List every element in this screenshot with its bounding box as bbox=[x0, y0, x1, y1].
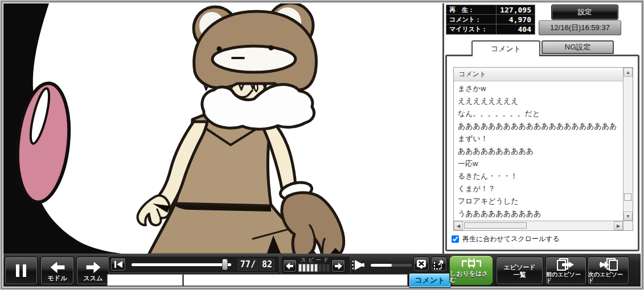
speed-segment bbox=[306, 264, 310, 272]
horizontal-scroll-thumb[interactable] bbox=[464, 222, 527, 229]
speed-segment bbox=[322, 264, 326, 272]
stat-row-comments: コメント： 4,970 bbox=[446, 15, 535, 24]
next-episode-label: 次のエピソード bbox=[588, 271, 629, 284]
skip-start-icon bbox=[114, 261, 122, 268]
bookmark-button[interactable]: しおりをはさむ bbox=[449, 255, 493, 285]
horizontal-scroll-track[interactable] bbox=[463, 221, 614, 230]
vertical-scroll-track[interactable] bbox=[624, 77, 633, 212]
scroll-down-button[interactable]: ▼ bbox=[624, 212, 633, 221]
back-button[interactable]: モドル bbox=[40, 256, 74, 285]
back-label: モドル bbox=[48, 275, 67, 281]
comment-row[interactable]: フロアキどうした bbox=[454, 195, 623, 208]
prev-episode-button[interactable]: 前のエピソード bbox=[545, 256, 586, 285]
silhouette-character bbox=[3, 3, 134, 254]
pause-button[interactable] bbox=[5, 256, 38, 285]
back-arrow-icon bbox=[50, 260, 65, 274]
stats-panel: 再 生： 127,095 コメント： 4,970 マイリスト： 404 bbox=[446, 5, 535, 35]
tab-comment[interactable]: コメント bbox=[471, 40, 540, 56]
speed-segment bbox=[318, 264, 322, 272]
autoscroll-checkbox[interactable] bbox=[452, 235, 459, 243]
comment-row[interactable]: ええええええええ bbox=[454, 95, 623, 107]
vertical-scroll-thumb[interactable] bbox=[624, 193, 631, 201]
episode-list-label-1: エピソード bbox=[503, 264, 535, 271]
speed-panel: スピード bbox=[281, 256, 351, 275]
horizontal-scrollbar[interactable]: ◀ ▶ bbox=[454, 221, 623, 230]
comment-row[interactable]: なん。。。。。。。だと bbox=[454, 107, 623, 120]
scroll-up-button[interactable]: ▲ bbox=[624, 68, 633, 77]
player-window: 再 生： 127,095 コメント： 4,970 マイリスト： 404 設定 1… bbox=[0, 0, 644, 290]
vertical-scrollbar[interactable]: ▲ ▼ bbox=[623, 68, 633, 221]
scroll-right-button[interactable]: ▶ bbox=[614, 221, 623, 230]
scroll-up-icon: ▲ bbox=[626, 70, 630, 75]
comment-row[interactable]: あああああああああああああああああああああ bbox=[454, 120, 623, 132]
stat-value: 4,970 bbox=[497, 15, 535, 24]
speed-segments bbox=[298, 263, 330, 272]
bookmark-icon bbox=[462, 258, 481, 270]
comment-panel-frame: コメント まさかwええええええええなん。。。。。。。だとああああああああああああ… bbox=[445, 55, 639, 251]
panel-divider bbox=[442, 3, 444, 254]
scrollbar-corner bbox=[623, 221, 633, 230]
autoscroll-row: 再生に合わせてスクロールする bbox=[452, 234, 560, 244]
episode-list-button[interactable]: エピソード 一覧 bbox=[496, 256, 543, 285]
forward-label: ススム bbox=[84, 275, 103, 281]
speed-down-button[interactable] bbox=[283, 259, 297, 272]
episode-list-label-2: 一覧 bbox=[514, 271, 526, 278]
forward-arrow-icon bbox=[85, 260, 101, 274]
stat-value: 127,095 bbox=[497, 5, 535, 14]
comment-input[interactable] bbox=[183, 274, 408, 286]
bookmark-label: しおりをはさむ bbox=[450, 271, 493, 283]
hide-comments-button[interactable] bbox=[413, 256, 429, 272]
comment-row[interactable]: 一応w bbox=[454, 158, 623, 170]
volume-fill bbox=[371, 264, 392, 267]
comment-row[interactable]: まさかw bbox=[454, 82, 623, 95]
speed-segment bbox=[302, 264, 306, 272]
bottom-bar: モドル ススム 77/ 82 スピード bbox=[3, 254, 641, 287]
prev-episode-label: 前のエピソード bbox=[546, 271, 586, 284]
stat-row-views: 再 生： 127,095 bbox=[446, 5, 535, 15]
settings-button[interactable]: 設定 bbox=[551, 5, 618, 20]
comment-row[interactable]: うああああああああああ bbox=[454, 208, 623, 220]
scroll-left-button[interactable]: ◀ bbox=[454, 221, 463, 230]
comment-row[interactable]: くまが！？ bbox=[454, 183, 623, 195]
comment-list-box: コメント まさかwええええええええなん。。。。。。。だとああああああああああああ… bbox=[453, 67, 633, 231]
bear-costume-character bbox=[138, 3, 344, 254]
popout-button[interactable] bbox=[431, 256, 447, 272]
comment-submit-button[interactable]: コメント bbox=[409, 273, 451, 288]
comment-row[interactable]: ああああああああああ bbox=[454, 145, 623, 158]
comment-row[interactable]: るきたん・・・！ bbox=[454, 170, 623, 183]
prev-episode-icon bbox=[556, 258, 576, 271]
stat-label: コメント： bbox=[446, 15, 497, 24]
speed-segment bbox=[310, 264, 314, 272]
pause-icon bbox=[15, 264, 27, 277]
scroll-left-icon: ◀ bbox=[457, 223, 460, 229]
speaker-icon[interactable] bbox=[352, 259, 367, 271]
popout-icon bbox=[434, 259, 444, 270]
speed-segment bbox=[298, 264, 302, 272]
comment-row[interactable]: まずい！ bbox=[454, 132, 623, 145]
forward-button[interactable]: ススム bbox=[76, 256, 110, 285]
frame-counter: 77/ 82 bbox=[238, 259, 274, 271]
character-illustration bbox=[3, 3, 442, 254]
stat-label: 再 生： bbox=[446, 5, 497, 14]
seek-track[interactable] bbox=[132, 263, 231, 266]
scroll-right-icon: ▶ bbox=[617, 223, 620, 229]
stat-value: 404 bbox=[497, 24, 535, 34]
left-arrow-icon bbox=[286, 263, 294, 270]
volume-group bbox=[352, 258, 416, 272]
tab-ng[interactable]: NG設定 bbox=[542, 40, 614, 54]
autoscroll-label: 再生に合わせてスクロールする bbox=[462, 234, 560, 244]
frame-current: 77/ bbox=[238, 259, 258, 271]
hide-comments-icon bbox=[416, 259, 426, 270]
speed-segment bbox=[314, 264, 318, 272]
speed-segment bbox=[326, 264, 330, 272]
seek-thumb[interactable] bbox=[222, 259, 228, 270]
video-area[interactable] bbox=[3, 3, 442, 254]
volume-track[interactable] bbox=[371, 264, 412, 267]
stat-label: マイリスト： bbox=[446, 24, 497, 34]
skip-start-button[interactable] bbox=[110, 258, 126, 271]
comment-list: まさかwええええええええなん。。。。。。。だとあああああああああああああああああ… bbox=[454, 81, 623, 221]
next-episode-button[interactable]: 次のエピソード bbox=[588, 256, 629, 285]
seek-panel: 77/ 82 bbox=[108, 256, 280, 273]
mail-input[interactable] bbox=[107, 274, 183, 286]
speed-up-button[interactable] bbox=[331, 259, 345, 272]
